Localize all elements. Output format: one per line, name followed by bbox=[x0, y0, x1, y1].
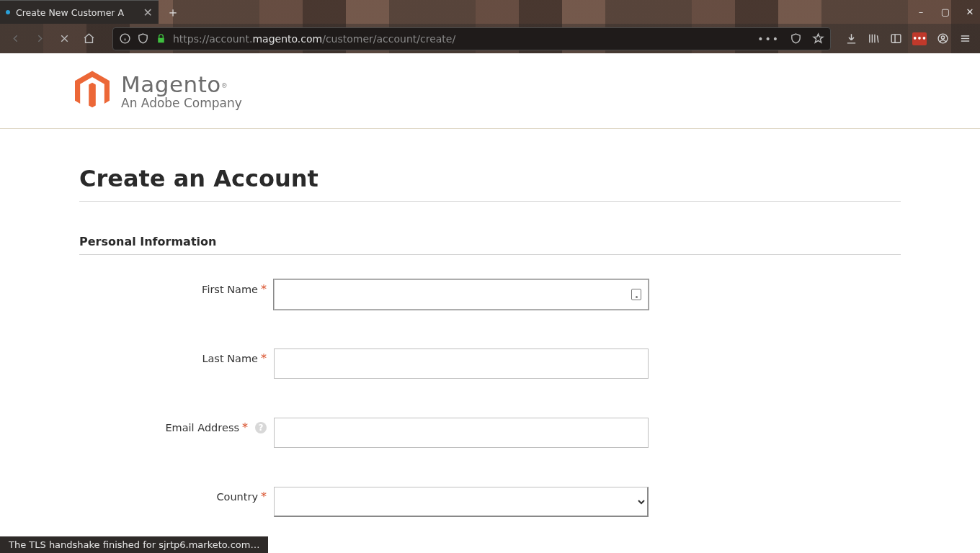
browser-tab-active[interactable]: Create New Customer A ✕ bbox=[0, 0, 159, 24]
window-close-icon[interactable]: ✕ bbox=[964, 6, 976, 17]
row-last-name: Last Name * bbox=[79, 349, 901, 379]
help-icon[interactable]: ? bbox=[255, 422, 267, 433]
email-input[interactable] bbox=[274, 418, 649, 448]
svg-point-6 bbox=[941, 36, 944, 39]
logo-text: Magento bbox=[121, 71, 221, 97]
svg-rect-3 bbox=[891, 35, 901, 42]
required-mark: * bbox=[242, 422, 248, 433]
sidebar-icon[interactable] bbox=[890, 32, 902, 45]
tab-strip: Create New Customer A ✕ ＋ – ▢ ✕ bbox=[0, 0, 980, 24]
magento-logo[interactable]: Magento® An Adobe Company bbox=[75, 71, 242, 111]
tab-favicon bbox=[6, 10, 10, 14]
label-email: Email Address bbox=[165, 422, 239, 433]
window-maximize-icon[interactable]: ▢ bbox=[940, 6, 951, 17]
tab-close-icon[interactable]: ✕ bbox=[143, 6, 153, 19]
nav-back-button[interactable] bbox=[4, 28, 26, 50]
bookmark-star-icon[interactable] bbox=[812, 32, 824, 45]
row-country: Country * bbox=[79, 487, 901, 517]
autofill-contact-icon[interactable] bbox=[631, 289, 641, 300]
extension-lastpass-icon[interactable]: ••• bbox=[912, 32, 927, 45]
toolbar-right: ••• bbox=[841, 32, 976, 45]
browser-toolbar: https://account.magento.com/customer/acc… bbox=[0, 24, 980, 53]
shield-icon bbox=[137, 32, 149, 45]
country-select[interactable] bbox=[274, 487, 649, 517]
lock-icon bbox=[155, 32, 167, 45]
row-email: Email Address * ? bbox=[79, 418, 901, 448]
magento-mark-icon bbox=[75, 71, 110, 111]
row-first-name: First Name * bbox=[79, 279, 901, 310]
required-mark: * bbox=[261, 284, 267, 295]
page-viewport[interactable]: Magento® An Adobe Company Create an Acco… bbox=[0, 53, 980, 553]
info-icon bbox=[119, 32, 131, 45]
label-last-name: Last Name bbox=[202, 353, 258, 364]
page-title: Create an Account bbox=[79, 165, 901, 202]
required-mark: * bbox=[261, 353, 267, 364]
last-name-input[interactable] bbox=[274, 349, 649, 379]
nav-home-button[interactable] bbox=[78, 28, 99, 50]
logo-subtitle: An Adobe Company bbox=[121, 96, 242, 110]
account-icon[interactable] bbox=[937, 32, 949, 45]
url-text: https://account.magento.com/customer/acc… bbox=[173, 33, 752, 45]
tab-title: Create New Customer A bbox=[16, 7, 138, 18]
url-bar[interactable]: https://account.magento.com/customer/acc… bbox=[112, 27, 831, 50]
arrow-left-icon bbox=[9, 32, 22, 45]
window-minimize-icon[interactable]: – bbox=[915, 6, 927, 17]
label-first-name: First Name bbox=[202, 284, 258, 295]
downloads-icon[interactable] bbox=[845, 32, 858, 45]
page-actions-icon[interactable]: ••• bbox=[757, 33, 780, 45]
home-icon bbox=[83, 32, 95, 45]
arrow-right-icon bbox=[34, 32, 46, 45]
section-personal-information: Personal Information bbox=[79, 235, 901, 255]
required-mark: * bbox=[261, 491, 267, 503]
browser-chrome: Create New Customer A ✕ ＋ – ▢ ✕ bbox=[0, 0, 980, 53]
close-icon bbox=[58, 32, 71, 45]
library-icon[interactable] bbox=[868, 32, 880, 45]
nav-stop-button[interactable] bbox=[53, 28, 75, 50]
hamburger-menu-icon[interactable] bbox=[959, 32, 971, 45]
window-controls: – ▢ ✕ bbox=[915, 0, 976, 24]
nav-forward-button[interactable] bbox=[29, 28, 50, 50]
label-country: Country bbox=[216, 491, 258, 503]
new-tab-button[interactable]: ＋ bbox=[163, 2, 183, 22]
main-content: Create an Account Personal Information F… bbox=[79, 129, 901, 553]
site-identity[interactable] bbox=[119, 32, 167, 45]
first-name-input[interactable] bbox=[274, 279, 649, 310]
tracking-shield-icon[interactable] bbox=[790, 32, 802, 45]
browser-status-bar: The TLS handshake finished for sjrtp6.ma… bbox=[0, 536, 268, 553]
site-header: Magento® An Adobe Company bbox=[0, 53, 980, 129]
